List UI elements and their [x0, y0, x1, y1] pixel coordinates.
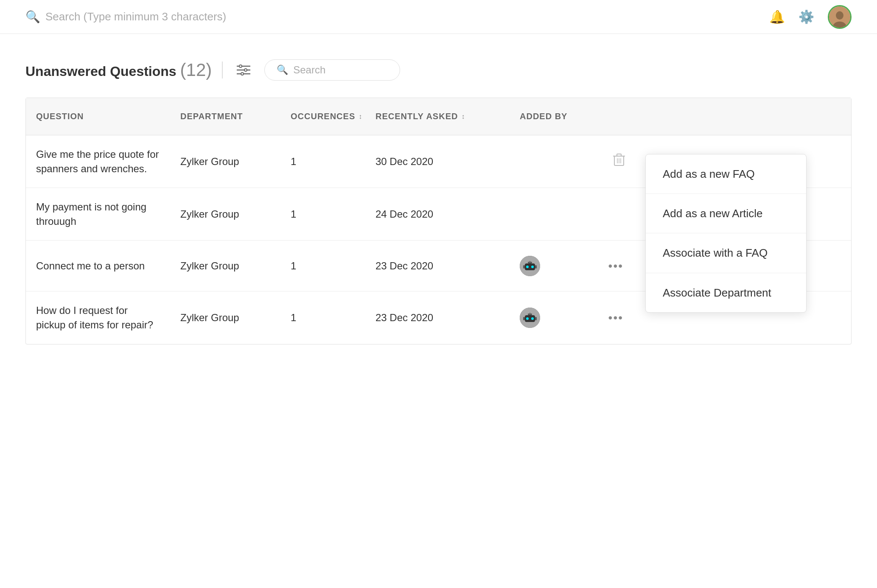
question-cell: How do I request for pickup of items for… [26, 291, 170, 344]
more-options-button[interactable]: ••• [603, 306, 628, 329]
search-bar-icon: 🔍 [277, 64, 288, 76]
questions-table: QUESTION DEPARTMENT OCCURENCES ↕ RECENTL… [25, 98, 852, 344]
added-by-cell [510, 202, 637, 226]
top-navigation: 🔍 Search (Type minimum 3 characters) 🔔 ⚙… [0, 0, 877, 34]
col-header-occurrences[interactable]: OCCURENCES ↕ [280, 106, 365, 126]
question-cell: My payment is not going throuugh [26, 188, 170, 240]
added-by-cell: ••• [510, 244, 637, 288]
search-bar-placeholder: Search [293, 64, 325, 76]
svg-rect-6 [239, 65, 242, 67]
associate-department-menu-item[interactable]: Associate Department [646, 273, 806, 312]
main-content: Unanswered Questions (12) 🔍 Search QUEST… [0, 34, 877, 370]
department-cell: Zylker Group [170, 143, 280, 181]
col-header-added-by: ADDED BY [510, 106, 637, 126]
added-by-cell: ••• [510, 296, 637, 340]
occurrences-cell: 1 [280, 299, 365, 337]
col-header-question: QUESTION [26, 106, 170, 126]
row-actions-dropdown: Add as a new FAQ Add as a new Article As… [645, 154, 807, 313]
svg-point-18 [531, 266, 534, 268]
recently-asked-cell: 23 Dec 2020 [365, 247, 510, 285]
count-badge: (12) [180, 60, 212, 80]
settings-icon[interactable]: ⚙️ [799, 9, 814, 24]
department-cell: Zylker Group [170, 299, 280, 337]
occurrences-cell: 1 [280, 247, 365, 285]
occurrences-cell: 1 [280, 143, 365, 181]
svg-point-28 [529, 313, 531, 314]
svg-point-17 [526, 266, 529, 268]
recently-asked-cell: 23 Dec 2020 [365, 299, 510, 337]
filter-button[interactable] [233, 62, 254, 78]
user-avatar[interactable] [828, 5, 852, 29]
added-by-cell: Add as a new FAQ Add as a new Article As… [510, 150, 637, 174]
search-icon: 🔍 [25, 10, 40, 24]
bot-avatar [520, 308, 540, 328]
notification-icon[interactable]: 🔔 [769, 9, 785, 24]
svg-rect-7 [244, 69, 247, 71]
search-placeholder: Search (Type minimum 3 characters) [45, 10, 226, 23]
table-row: Give me the price quote for spanners and… [26, 135, 851, 188]
question-cell: Give me the price quote for spanners and… [26, 135, 170, 188]
bot-avatar [520, 256, 540, 276]
associate-faq-menu-item[interactable]: Associate with a FAQ [646, 233, 806, 273]
add-faq-menu-item[interactable]: Add as a new FAQ [646, 154, 806, 194]
recently-asked-cell: 24 Dec 2020 [365, 195, 510, 233]
svg-rect-11 [617, 154, 621, 156]
svg-point-1 [836, 11, 843, 20]
avatar-image [829, 6, 850, 28]
svg-rect-21 [523, 265, 525, 269]
occurrences-sort-icon: ↕ [359, 113, 362, 120]
question-cell: Connect me to a person [26, 247, 170, 285]
svg-rect-29 [523, 317, 525, 320]
page-title: Unanswered Questions (12) [25, 60, 212, 80]
svg-rect-30 [535, 317, 537, 320]
department-cell: Zylker Group [170, 247, 280, 285]
add-article-menu-item[interactable]: Add as a new Article [646, 194, 806, 233]
header-divider [222, 62, 223, 78]
recently-asked-cell: 30 Dec 2020 [365, 143, 510, 181]
svg-point-20 [529, 261, 531, 263]
department-cell: Zylker Group [170, 195, 280, 233]
page-header: Unanswered Questions (12) 🔍 Search [25, 59, 852, 81]
svg-rect-8 [241, 73, 244, 75]
svg-point-25 [526, 317, 529, 320]
col-header-department: DEPARTMENT [170, 106, 280, 126]
svg-rect-22 [535, 265, 537, 269]
col-header-recently-asked[interactable]: RECENTLY ASKED ↕ [365, 106, 510, 126]
recently-asked-sort-icon: ↕ [461, 113, 465, 120]
global-search[interactable]: 🔍 Search (Type minimum 3 characters) [25, 10, 226, 24]
table-search-bar[interactable]: 🔍 Search [264, 59, 400, 81]
more-options-button[interactable]: ••• [603, 254, 628, 277]
nav-right-actions: 🔔 ⚙️ [769, 5, 852, 29]
delete-button[interactable] [610, 149, 628, 174]
occurrences-cell: 1 [280, 195, 365, 233]
table-header: QUESTION DEPARTMENT OCCURENCES ↕ RECENTL… [26, 98, 851, 135]
svg-point-26 [531, 317, 534, 320]
